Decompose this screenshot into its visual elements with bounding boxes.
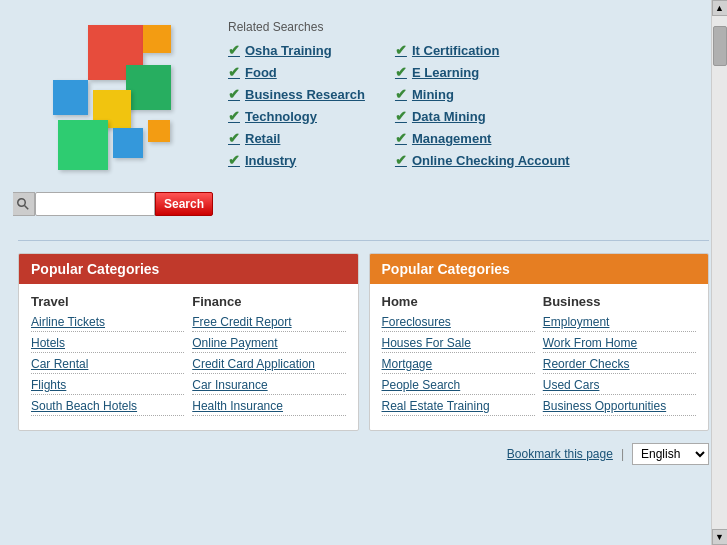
rs-col-1: ✔Osha Training✔Food✔Business Research✔Te…	[228, 42, 365, 168]
logo-area: Search	[18, 20, 208, 216]
popular-link[interactable]: Online Payment	[192, 336, 345, 353]
mosaic-block	[126, 65, 171, 110]
check-icon: ✔	[228, 86, 240, 102]
scroll-thumb[interactable]	[713, 26, 727, 66]
popular-link[interactable]: Real Estate Training	[382, 399, 535, 416]
check-icon: ✔	[395, 64, 407, 80]
popular-link[interactable]: Foreclosures	[382, 315, 535, 332]
check-icon: ✔	[228, 42, 240, 58]
popular-link[interactable]: Airline Tickets	[31, 315, 184, 332]
rs-link[interactable]: ✔Data Mining	[395, 108, 570, 124]
rs-link[interactable]: ✔Online Checking Account	[395, 152, 570, 168]
rs-link[interactable]: ✔Mining	[395, 86, 570, 102]
popular-box-left: Popular Categories Travel Airline Ticket…	[18, 253, 359, 431]
svg-point-0	[18, 199, 26, 207]
popular-link[interactable]: People Search	[382, 378, 535, 395]
popular-link[interactable]: Car Insurance	[192, 378, 345, 395]
rs-link[interactable]: ✔Industry	[228, 152, 365, 168]
search-input[interactable]	[35, 192, 155, 216]
popular-link[interactable]: Business Opportunities	[543, 399, 696, 416]
rs-link[interactable]: ✔Business Research	[228, 86, 365, 102]
col-title-finance: Finance	[192, 294, 345, 309]
popular-link[interactable]: Used Cars	[543, 378, 696, 395]
rs-link[interactable]: ✔Osha Training	[228, 42, 365, 58]
popular-link[interactable]: Hotels	[31, 336, 184, 353]
pop-col-home: Home ForeclosuresHouses For SaleMortgage…	[378, 294, 539, 420]
mosaic-block	[143, 25, 171, 53]
popular-link[interactable]: Mortgage	[382, 357, 535, 374]
check-icon: ✔	[228, 64, 240, 80]
check-icon: ✔	[228, 130, 240, 146]
mosaic-block	[113, 128, 143, 158]
mosaic-logo	[38, 20, 188, 180]
popular-link[interactable]: Employment	[543, 315, 696, 332]
mosaic-block	[148, 120, 170, 142]
bookmark-link[interactable]: Bookmark this page	[507, 447, 613, 461]
pop-col-travel: Travel Airline TicketsHotelsCar RentalFl…	[27, 294, 188, 420]
popular-wrapper: Popular Categories Travel Airline Ticket…	[18, 253, 709, 431]
rs-link[interactable]: ✔E Learning	[395, 64, 570, 80]
search-bar: Search	[13, 192, 213, 216]
rs-link[interactable]: ✔Food	[228, 64, 365, 80]
search-icon	[13, 192, 35, 216]
language-select[interactable]: English Español Français	[632, 443, 709, 465]
check-icon: ✔	[395, 108, 407, 124]
check-icon: ✔	[395, 130, 407, 146]
rs-columns: ✔Osha Training✔Food✔Business Research✔Te…	[228, 42, 709, 168]
check-icon: ✔	[395, 152, 407, 168]
search-button[interactable]: Search	[155, 192, 213, 216]
rs-link[interactable]: ✔Retail	[228, 130, 365, 146]
popular-link[interactable]: Health Insurance	[192, 399, 345, 416]
rs-link[interactable]: ✔It Certification	[395, 42, 570, 58]
related-searches-title: Related Searches	[228, 20, 709, 34]
scroll-track[interactable]	[712, 16, 728, 529]
popular-link[interactable]: Credit Card Application	[192, 357, 345, 374]
popular-link[interactable]: Work From Home	[543, 336, 696, 353]
col-title-business: Business	[543, 294, 696, 309]
check-icon: ✔	[228, 108, 240, 124]
footer: Bookmark this page | English Español Fra…	[18, 443, 709, 471]
footer-divider: |	[621, 447, 624, 461]
related-searches: Related Searches ✔Osha Training✔Food✔Bus…	[228, 20, 709, 168]
popular-link[interactable]: Free Credit Report	[192, 315, 345, 332]
rs-link[interactable]: ✔Management	[395, 130, 570, 146]
scrollbar[interactable]: ▲ ▼	[711, 0, 727, 545]
divider	[18, 240, 709, 241]
mosaic-block	[53, 80, 88, 115]
popular-content-right: Home ForeclosuresHouses For SaleMortgage…	[370, 284, 709, 430]
pop-col-business: Business EmploymentWork From HomeReorder…	[539, 294, 700, 420]
check-icon: ✔	[228, 152, 240, 168]
popular-link[interactable]: South Beach Hotels	[31, 399, 184, 416]
check-icon: ✔	[395, 42, 407, 58]
rs-col-2: ✔It Certification✔E Learning✔Mining✔Data…	[395, 42, 570, 168]
popular-header-right: Popular Categories	[370, 254, 709, 284]
popular-link[interactable]: Car Rental	[31, 357, 184, 374]
top-section: Search Related Searches ✔Osha Training✔F…	[18, 10, 709, 226]
check-icon: ✔	[395, 86, 407, 102]
col-title-home: Home	[382, 294, 535, 309]
popular-link[interactable]: Reorder Checks	[543, 357, 696, 374]
scroll-up-button[interactable]: ▲	[712, 0, 728, 16]
scroll-down-button[interactable]: ▼	[712, 529, 728, 545]
mosaic-block	[58, 120, 108, 170]
rs-link[interactable]: ✔Technology	[228, 108, 365, 124]
svg-line-1	[25, 206, 29, 210]
pop-col-finance: Finance Free Credit ReportOnline Payment…	[188, 294, 349, 420]
popular-link[interactable]: Flights	[31, 378, 184, 395]
popular-box-right: Popular Categories Home ForeclosuresHous…	[369, 253, 710, 431]
col-title-travel: Travel	[31, 294, 184, 309]
popular-header-left: Popular Categories	[19, 254, 358, 284]
popular-content-left: Travel Airline TicketsHotelsCar RentalFl…	[19, 284, 358, 430]
popular-link[interactable]: Houses For Sale	[382, 336, 535, 353]
